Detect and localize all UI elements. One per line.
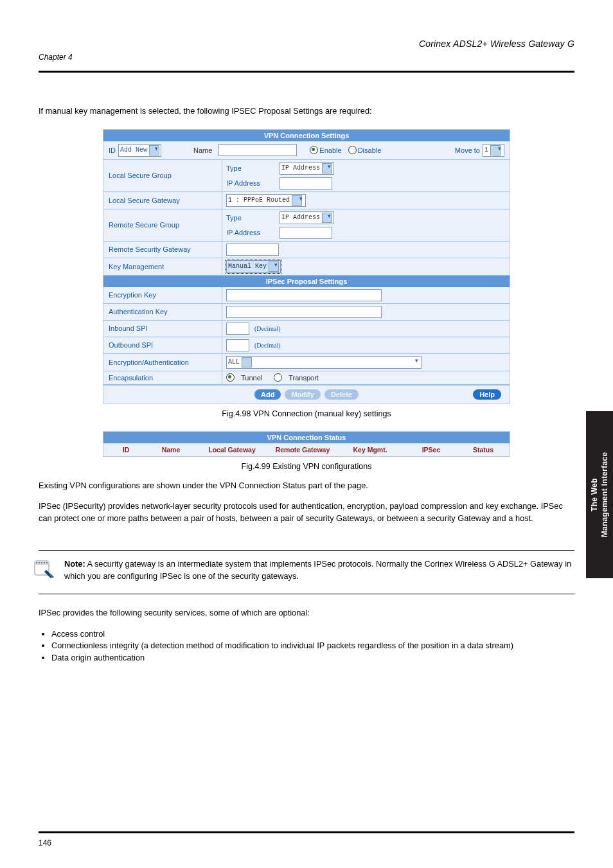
- svg-point-4: [41, 562, 42, 563]
- tunnel-radio[interactable]: [226, 373, 235, 382]
- authentication-key-label: Authentication Key: [103, 304, 222, 320]
- th-ipsec: IPSec: [405, 446, 457, 454]
- rsg-ip-input[interactable]: [280, 227, 332, 239]
- enc-auth-select[interactable]: ALL: [226, 356, 422, 369]
- lsg-type-label: Type: [226, 164, 274, 172]
- id-label: ID: [109, 146, 116, 154]
- note-body: A security gateway is an intermediate sy…: [64, 559, 571, 581]
- th-key-mgmt: Key Mgmt.: [335, 446, 405, 454]
- bullet-list: Access control Connectionless integrity …: [39, 628, 574, 664]
- remote-secure-group-label: Remote Secure Group: [103, 209, 222, 241]
- vpn-status-title: VPN Connection Status: [103, 432, 510, 443]
- bullet-item: Connectionless integrity (a detection me…: [51, 640, 574, 652]
- ipsec-proposal-title: IPSec Proposal Settings: [103, 276, 510, 287]
- rsg-type-label: Type: [226, 214, 274, 222]
- local-secure-group-label: Local Secure Group: [103, 160, 222, 191]
- remote-security-gateway-input[interactable]: [226, 244, 279, 256]
- vpn-status-screenshot: VPN Connection Status ID Name Local Gate…: [103, 431, 510, 457]
- modify-button[interactable]: Modify: [285, 389, 320, 400]
- key-management-select[interactable]: Manual Key: [226, 260, 281, 273]
- ipsec-paragraph-2: IPSec provides the following security se…: [39, 607, 574, 619]
- lsg-ip-input[interactable]: [280, 177, 332, 190]
- th-status: Status: [457, 446, 510, 454]
- moveto-select[interactable]: 1: [483, 144, 504, 157]
- key-management-label: Key Management: [103, 258, 222, 275]
- inbound-spi-input[interactable]: [226, 323, 249, 335]
- note-icon: [33, 560, 55, 579]
- figure-caption-2: Fig.4.99 Existing VPN configurations: [39, 462, 574, 471]
- bullet-item: Access control: [51, 628, 574, 641]
- inbound-spi-label: Inbound SPI: [103, 321, 222, 337]
- local-secure-gateway-label: Local Secure Gateway: [103, 192, 222, 209]
- page-number: 146: [39, 838, 51, 847]
- disable-radio[interactable]: [348, 146, 357, 154]
- svg-point-6: [46, 562, 48, 563]
- add-button[interactable]: Add: [254, 389, 281, 400]
- after-status-paragraph: Existing VPN configurations are shown un…: [39, 480, 574, 492]
- th-name: Name: [148, 446, 193, 454]
- delete-button[interactable]: Delete: [324, 389, 359, 400]
- lsg-gateway-select[interactable]: 1 : PPPoE Routed: [226, 194, 306, 207]
- sidebar-line2: Management Interface: [600, 452, 609, 538]
- authentication-key-input[interactable]: [226, 306, 382, 318]
- name-input[interactable]: [218, 144, 297, 156]
- note-prefix: Note:: [64, 559, 85, 569]
- chapter-label: Chapter 4: [39, 53, 574, 62]
- enable-radio[interactable]: [310, 146, 318, 154]
- encryption-key-label: Encryption Key: [103, 287, 222, 303]
- name-label: Name: [193, 146, 212, 154]
- bullet-item: Data origin authentication: [51, 652, 574, 664]
- th-id: ID: [103, 446, 148, 454]
- moveto-label: Move to: [455, 146, 480, 154]
- id-select[interactable]: Add New: [118, 144, 161, 157]
- transport-label: Transport: [289, 374, 319, 382]
- lsg-ip-label: IP Address: [226, 179, 274, 187]
- vpn-settings-title: VPN Connection Settings: [103, 130, 510, 141]
- remote-security-gateway-label: Remote Security Gateway: [103, 242, 222, 258]
- inbound-spi-suffix: (Decimal): [254, 325, 281, 332]
- svg-point-5: [44, 562, 45, 563]
- product-title: Corinex ADSL2+ Wireless Gateway G: [39, 39, 574, 49]
- lsg-type-select[interactable]: IP Address: [280, 162, 334, 175]
- encapsulation-label: Encapsulation: [103, 371, 222, 384]
- figure-caption-1: Fig.4.98 VPN Connection (manual key) set…: [39, 409, 574, 418]
- outbound-spi-label: Outbound SPI: [103, 337, 222, 353]
- transport-radio[interactable]: [274, 373, 282, 382]
- disable-label: Disable: [358, 146, 382, 154]
- tunnel-label: Tunnel: [241, 374, 262, 382]
- svg-point-3: [39, 562, 40, 563]
- intro-paragraph: If manual key management is selected, th…: [39, 105, 574, 118]
- enable-label: Enable: [319, 146, 341, 154]
- outbound-spi-suffix: (Decimal): [254, 342, 281, 349]
- ipsec-paragraph-1: IPSec (IPSecurity) provides network-laye…: [39, 500, 574, 524]
- sidebar-line1: The Web: [590, 478, 599, 511]
- section-sidebar: The Web Management Interface: [586, 411, 613, 578]
- rsg-type-select[interactable]: IP Address: [280, 211, 334, 224]
- vpn-settings-screenshot: VPN Connection Settings ID Add New Name …: [103, 129, 510, 404]
- help-button[interactable]: Help: [473, 389, 501, 400]
- th-remote-gateway: Remote Gateway: [271, 446, 335, 454]
- encryption-key-input[interactable]: [226, 289, 382, 301]
- svg-point-2: [36, 562, 37, 563]
- enc-auth-label: Encryption/Authentication: [103, 354, 222, 371]
- id-row: ID Add New Name Enable Disable Move to 1: [103, 141, 510, 159]
- th-local-gateway: Local Gateway: [193, 446, 271, 454]
- outbound-spi-input[interactable]: [226, 339, 249, 351]
- rsg-ip-label: IP Address: [226, 229, 274, 236]
- note-box: Note: A security gateway is an intermedi…: [39, 550, 574, 594]
